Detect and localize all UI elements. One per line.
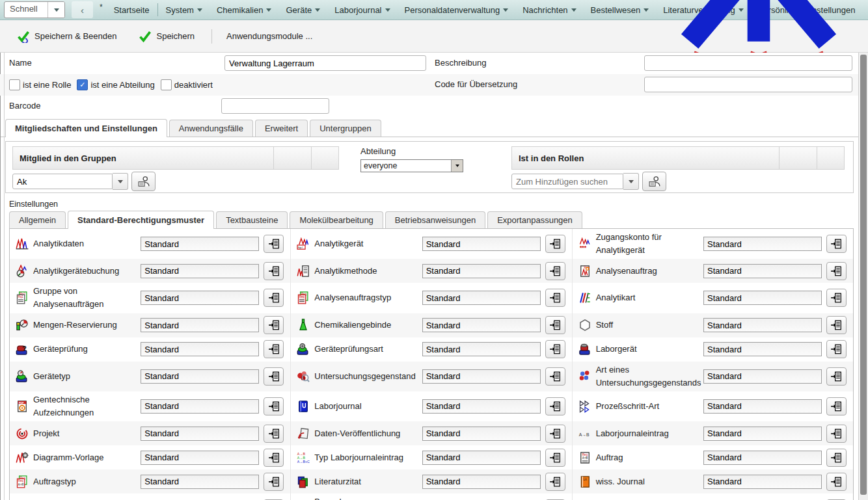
pattern-select-button[interactable] <box>826 235 847 253</box>
setting-value-input[interactable] <box>141 318 259 332</box>
barcode-input[interactable] <box>221 98 329 114</box>
setting-value-input[interactable] <box>141 427 259 441</box>
main-tab-erweitert[interactable]: Erweitert <box>255 120 308 137</box>
nav-item-abmelden[interactable]: Abmelden <box>862 0 868 20</box>
settings-tab-molekülbearbeitung[interactable]: Molekülbearbeitung <box>290 211 383 228</box>
pattern-select-button[interactable] <box>264 340 284 358</box>
nav-item-personaldatenverwaltung[interactable]: Personaldatenverwaltung <box>398 0 516 20</box>
beschreibung-input[interactable] <box>644 55 852 71</box>
pattern-select-button[interactable] <box>545 449 565 467</box>
settings-tab-allgemein[interactable]: Allgemein <box>9 211 66 228</box>
settings-tab-standard-berechtigungsmuster[interactable]: Standard-Berechtigungsmuster <box>68 211 214 229</box>
checkbox-ist-eine-abteilung[interactable]: ✓ <box>77 79 88 90</box>
nav-item-system[interactable]: System <box>159 0 210 20</box>
pattern-select-button[interactable] <box>545 425 565 443</box>
vertical-scrollbar-thumb[interactable] <box>860 55 867 495</box>
roles-header-cell[interactable]: Ist in den Rollen <box>511 146 780 170</box>
pattern-select-button[interactable] <box>264 289 284 307</box>
setting-value-input[interactable] <box>703 399 822 414</box>
quick-search-combo[interactable]: Schnell <box>4 1 65 18</box>
pattern-select-button[interactable] <box>264 367 284 386</box>
pattern-select-button[interactable] <box>545 473 565 491</box>
main-tab-anwendungsfälle[interactable]: Anwendungsfälle <box>169 120 253 137</box>
pattern-select-button[interactable] <box>545 289 565 307</box>
checkbox-ist-eine-rolle[interactable] <box>9 79 20 90</box>
setting-value-input[interactable] <box>422 264 541 278</box>
setting-value-input[interactable] <box>422 342 541 356</box>
pattern-select-button[interactable] <box>264 397 284 415</box>
setting-value-input[interactable] <box>422 399 541 414</box>
setting-value-input[interactable] <box>141 342 259 356</box>
pattern-select-button[interactable] <box>826 289 847 307</box>
nav-item-laborjournal[interactable]: Laborjournal <box>327 0 397 20</box>
abteilung-select[interactable]: everyone <box>360 159 463 172</box>
member-groups-dropdown-button[interactable] <box>113 173 128 190</box>
pattern-select-button[interactable] <box>264 316 284 334</box>
nav-back-button[interactable]: ‹ <box>72 1 93 18</box>
nav-item-geräte[interactable]: Geräte <box>278 0 327 20</box>
setting-value-input[interactable] <box>141 451 259 465</box>
setting-value-input[interactable] <box>422 427 541 441</box>
setting-value-input[interactable] <box>422 451 541 465</box>
pattern-select-button[interactable] <box>826 262 847 280</box>
pattern-select-button[interactable] <box>826 397 847 415</box>
setting-value-input[interactable] <box>141 475 259 489</box>
pattern-select-button[interactable] <box>826 340 847 358</box>
roles-header-cell-3[interactable] <box>817 146 845 170</box>
setting-value-input[interactable] <box>703 237 822 251</box>
pattern-select-button[interactable] <box>264 262 284 280</box>
roles-search-input[interactable] <box>511 174 623 189</box>
save-button[interactable]: Speichern <box>133 30 195 43</box>
settings-tab-textbausteine[interactable]: Textbausteine <box>216 211 288 228</box>
nav-item-startseite[interactable]: Startseite <box>107 0 157 20</box>
pattern-select-button[interactable] <box>545 262 565 280</box>
pattern-select-button[interactable] <box>826 367 847 386</box>
pattern-select-button[interactable] <box>264 425 284 443</box>
setting-value-input[interactable] <box>703 475 822 489</box>
name-input[interactable] <box>224 55 426 71</box>
pattern-select-button[interactable] <box>826 473 847 491</box>
settings-tab-exportanpassungen[interactable]: Exportanpassungen <box>487 211 582 228</box>
pattern-select-button[interactable] <box>545 367 565 386</box>
nav-item-bestellwesen[interactable]: Bestellwesen <box>584 0 657 20</box>
pattern-select-button[interactable] <box>826 316 847 334</box>
pattern-select-button[interactable] <box>545 235 565 253</box>
roles-dropdown-button[interactable] <box>623 173 639 190</box>
setting-value-input[interactable] <box>422 291 541 305</box>
code-input[interactable] <box>644 77 852 92</box>
setting-value-input[interactable] <box>703 451 822 465</box>
nav-item-nachrichten[interactable]: Nachrichten <box>515 0 583 20</box>
pattern-select-button[interactable] <box>826 449 847 467</box>
checkbox-deaktiviert[interactable] <box>161 79 172 90</box>
setting-value-input[interactable] <box>422 318 541 332</box>
setting-value-input[interactable] <box>141 264 259 278</box>
vertical-scrollbar[interactable] <box>858 53 868 500</box>
setting-value-input[interactable] <box>703 291 822 305</box>
pattern-select-button[interactable] <box>264 235 284 253</box>
setting-value-input[interactable] <box>141 369 259 384</box>
settings-tab-betriebsanweisungen[interactable]: Betriebsanweisungen <box>385 211 485 228</box>
setting-value-input[interactable] <box>422 237 541 251</box>
setting-value-input[interactable] <box>141 399 259 414</box>
setting-value-input[interactable] <box>703 264 822 278</box>
setting-value-input[interactable] <box>422 475 541 489</box>
pattern-select-button[interactable] <box>545 340 565 358</box>
nav-item-chemikalien[interactable]: Chemikalien <box>210 0 279 20</box>
setting-value-input[interactable] <box>141 237 259 251</box>
member-groups-header-cell-3[interactable] <box>312 146 339 170</box>
pattern-select-button[interactable] <box>826 425 847 443</box>
setting-value-input[interactable] <box>703 369 822 384</box>
application-modules-button[interactable]: Anwendungsmodule ... <box>226 31 312 41</box>
main-tab-untergruppen[interactable]: Untergruppen <box>310 120 381 137</box>
setting-value-input[interactable] <box>703 342 822 356</box>
save-and-close-button[interactable]: Speichern & Beenden <box>12 30 116 43</box>
member-groups-add-person-button[interactable] <box>131 172 156 191</box>
setting-value-input[interactable] <box>703 427 822 441</box>
quick-search-value[interactable]: Schnell <box>5 2 47 18</box>
roles-add-person-button[interactable] <box>642 172 666 191</box>
setting-value-input[interactable] <box>422 369 541 384</box>
pattern-select-button[interactable] <box>264 473 284 491</box>
pattern-select-button[interactable] <box>545 316 565 334</box>
member-groups-header-cell-2[interactable] <box>274 146 312 170</box>
member-groups-header-cell[interactable]: Mitglied in den Gruppen <box>12 146 274 170</box>
